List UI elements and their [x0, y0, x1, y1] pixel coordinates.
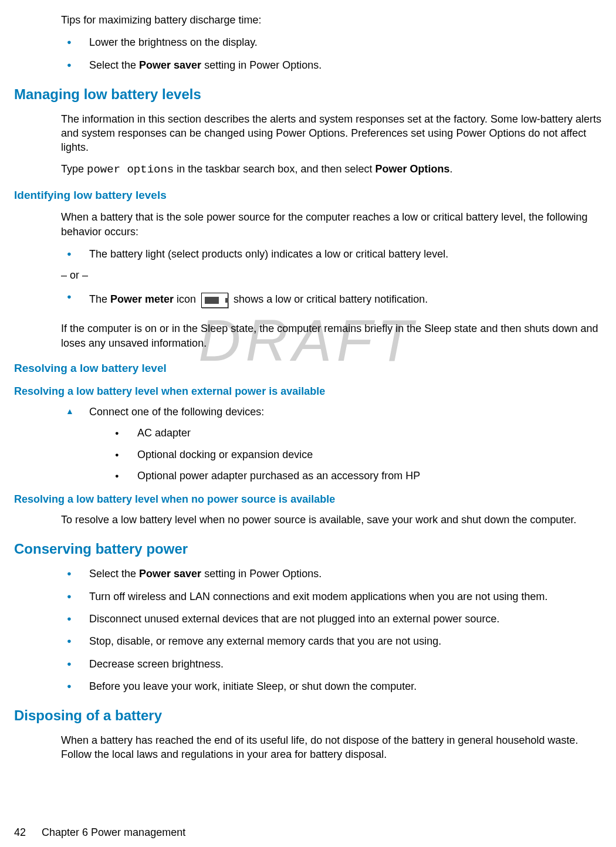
text: Connect one of the following devices:: [89, 406, 264, 418]
list-item: Stop, disable, or remove any external me…: [61, 634, 604, 648]
paragraph: To resolve a low battery level when no p…: [61, 513, 604, 527]
text: setting in Power Options.: [201, 568, 321, 580]
code-text: power options: [87, 163, 174, 176]
list-item: Connect one of the following devices: AC…: [61, 405, 604, 483]
text: in the taskbar search box, and then sele…: [174, 163, 375, 175]
text: The: [89, 293, 110, 305]
chapter-label: Chapter 6 Power management: [42, 826, 185, 839]
text: shows a low or critical battery notifica…: [231, 293, 428, 305]
or-separator: – or –: [61, 269, 604, 282]
paragraph: When a battery has reached the end of it…: [61, 733, 604, 762]
text: .: [450, 163, 453, 175]
power-meter-icon: [201, 293, 228, 308]
text-bold: Power saver: [139, 568, 201, 580]
heading-managing-low-battery: Managing low battery levels: [14, 86, 604, 103]
conserving-list: Select the Power saver setting in Power …: [61, 567, 604, 693]
list-item: The battery light (select products only)…: [61, 247, 604, 261]
list-item: Select the Power saver setting in Power …: [61, 58, 604, 72]
text: Type: [61, 163, 87, 175]
step-list: Connect one of the following devices: AC…: [61, 405, 604, 483]
behavior-list-2: The Power meter icon shows a low or crit…: [61, 290, 604, 309]
list-item: Disconnect unused external devices that …: [61, 612, 604, 626]
heading-resolving-external: Resolving a low battery level when exter…: [14, 385, 604, 398]
page: DRAFT Tips for maximizing battery discha…: [0, 0, 616, 847]
paragraph: When a battery that is the sole power so…: [61, 210, 604, 239]
heading-identifying: Identifying low battery levels: [14, 189, 604, 202]
heading-resolving: Resolving a low battery level: [14, 362, 604, 375]
text: setting in Power Options.: [201, 59, 321, 71]
text-bold: Power Options: [375, 163, 449, 175]
paragraph: If the computer is on or in the Sleep st…: [61, 321, 604, 350]
heading-conserving: Conserving battery power: [14, 541, 604, 557]
list-item: Select the Power saver setting in Power …: [61, 567, 604, 581]
list-item: AC adapter: [109, 426, 604, 440]
list-item: Before you leave your work, initiate Sle…: [61, 679, 604, 693]
paragraph: Type power options in the taskbar search…: [61, 162, 604, 178]
text: Select the: [89, 568, 139, 580]
list-item: Optional power adapter purchased as an a…: [109, 469, 604, 483]
device-list: AC adapter Optional docking or expansion…: [109, 426, 604, 483]
behavior-list: The battery light (select products only)…: [61, 247, 604, 261]
paragraph: The information in this section describe…: [61, 112, 604, 155]
tips-list: Lower the brightness on the display. Sel…: [61, 35, 604, 72]
tips-heading: Tips for maximizing battery discharge ti…: [61, 13, 604, 27]
page-number: 42: [14, 826, 26, 839]
list-item: Decrease screen brightness.: [61, 657, 604, 671]
text: icon: [174, 293, 199, 305]
list-item: Optional docking or expansion device: [109, 448, 604, 462]
text-bold: Power meter: [110, 293, 174, 305]
heading-resolving-nopower: Resolving a low battery level when no po…: [14, 493, 604, 506]
list-item: Lower the brightness on the display.: [61, 35, 604, 49]
list-item: Turn off wireless and LAN connections an…: [61, 589, 604, 604]
text: Select the: [89, 59, 139, 71]
page-footer: 42 Chapter 6 Power management: [14, 826, 185, 839]
list-item: The Power meter icon shows a low or crit…: [61, 290, 604, 309]
heading-disposing: Disposing of a battery: [14, 707, 604, 724]
text-bold: Power saver: [139, 59, 201, 71]
page-content: Tips for maximizing battery discharge ti…: [0, 0, 616, 762]
